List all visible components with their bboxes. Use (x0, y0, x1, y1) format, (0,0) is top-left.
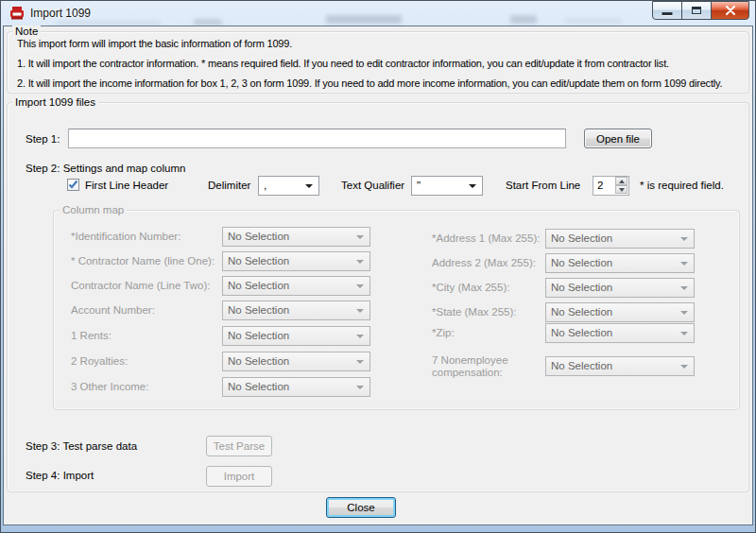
column-map-select-contractor-name-one[interactable]: No Selection (222, 251, 370, 271)
combo-value: No Selection (551, 232, 612, 244)
column-map-select-contractor-name-two[interactable]: No Selection (222, 276, 370, 296)
step2-label: Step 2: Settings and map column (26, 163, 185, 174)
required-field-note: * is required field. (640, 180, 724, 191)
titlebar-ghost (510, 15, 537, 24)
close-window-button[interactable] (711, 1, 749, 20)
step3-label: Step 3: Test parse data (26, 440, 137, 452)
column-map-label-address2: Address 2 (Max 255): (432, 257, 536, 268)
maximize-button[interactable] (681, 1, 712, 20)
combo-value: No Selection (551, 306, 612, 318)
chevron-down-icon (356, 309, 364, 313)
column-map-select-account-number[interactable]: No Selection (222, 301, 370, 320)
column-map-label-rents: 1 Rents: (71, 330, 112, 341)
window-title: Import 1099 (30, 7, 91, 20)
column-map-select-zip[interactable]: No Selection (545, 323, 695, 343)
note-line-2: 1. It will import the contractor informa… (17, 58, 669, 69)
text-qualifier-label: Text Qualifier (341, 180, 404, 191)
chevron-down-icon (680, 365, 688, 369)
combo-value: No Selection (228, 280, 289, 291)
spinner-down-button[interactable] (615, 185, 627, 194)
column-map-label-royalties: 2 Royalties: (71, 355, 128, 367)
chevron-down-icon (680, 286, 688, 290)
import-button[interactable]: Import (206, 466, 272, 487)
column-map-select-nonemployee-compensation[interactable]: No Selection (545, 356, 695, 376)
step4-label: Step 4: Import (26, 470, 94, 481)
column-map-group-title: Column map (60, 204, 127, 215)
combo-value: No Selection (228, 304, 289, 316)
column-map-label-contractor-name-two: Contractor Name (Line Two): (71, 280, 210, 291)
close-icon (725, 6, 735, 15)
test-parse-button[interactable]: Test Parse (206, 436, 272, 456)
note-group-title: Note (12, 26, 41, 37)
column-map-label-account-number: Account Number: (71, 304, 155, 316)
spinner-up-button[interactable] (615, 177, 627, 185)
titlebar-ghost (565, 18, 622, 24)
start-from-line-value: 2 (597, 180, 603, 191)
column-map-label-zip: *Zip: (432, 327, 455, 338)
combo-value: No Selection (551, 327, 612, 338)
column-map-label-nonemployee-compensation: 7 Nonemployee compensation: (432, 354, 534, 379)
chevron-down-icon (680, 311, 688, 315)
step1-label: Step 1: (26, 133, 60, 145)
import-1099-dialog: Import 1099 Note This import form will i… (0, 0, 756, 533)
delimiter-select[interactable]: , (258, 176, 319, 196)
text-qualifier-value: " (417, 180, 421, 191)
titlebar-ghost (326, 15, 402, 24)
column-map-select-rents[interactable]: No Selection (222, 326, 370, 346)
first-line-header-checkbox[interactable] (67, 179, 79, 191)
column-map-select-other-income[interactable]: No Selection (222, 377, 370, 397)
chevron-down-icon (619, 188, 625, 192)
column-map-select-state[interactable]: No Selection (545, 302, 695, 322)
first-line-header-label: First Line Header (85, 180, 168, 191)
minimize-button[interactable] (652, 1, 682, 20)
column-map-select-address1[interactable]: No Selection (545, 229, 695, 249)
chevron-down-icon (356, 335, 364, 338)
app-icon (9, 6, 25, 21)
column-map-label-city: *City (Max 255): (432, 282, 509, 293)
column-map-label-identification-number: *Identification Number: (71, 231, 180, 242)
import-files-group-title: Import 1099 files (12, 96, 98, 108)
chevron-down-icon (680, 237, 688, 241)
column-map-select-city[interactable]: No Selection (545, 278, 695, 298)
checkmark-icon (68, 180, 78, 190)
column-map-select-royalties[interactable]: No Selection (222, 352, 370, 371)
chevron-up-icon (619, 180, 625, 183)
chevron-down-icon (356, 235, 364, 239)
column-map-label-address1: *Address 1 (Max 255): (432, 232, 540, 244)
chevron-down-icon (680, 262, 688, 266)
chevron-down-icon (356, 360, 364, 364)
start-from-line-label: Start From Line (506, 180, 580, 191)
combo-value: No Selection (551, 360, 612, 371)
combo-value: No Selection (228, 255, 289, 266)
note-line-1: This import form will import the basic i… (17, 38, 292, 49)
open-file-button[interactable]: Open file (584, 129, 652, 148)
chevron-down-icon (356, 284, 364, 288)
column-map-label-contractor-name-one: * Contractor Name (line One): (71, 255, 215, 266)
combo-value: No Selection (551, 282, 612, 293)
chevron-down-icon (469, 184, 476, 188)
chevron-down-icon (305, 184, 313, 188)
text-qualifier-select[interactable]: " (411, 176, 483, 196)
maximize-icon (692, 7, 701, 14)
minimize-icon (662, 12, 673, 15)
chevron-down-icon (356, 386, 364, 389)
start-from-line-stepper[interactable]: 2 (593, 176, 629, 196)
chevron-down-icon (356, 260, 364, 264)
close-button[interactable]: Close (326, 497, 396, 518)
delimiter-label: Delimiter (208, 180, 250, 191)
file-path-input[interactable] (68, 129, 566, 148)
combo-value: No Selection (228, 231, 289, 242)
combo-value: No Selection (551, 257, 612, 268)
column-map-select-identification-number[interactable]: No Selection (222, 227, 370, 247)
column-map-label-other-income: 3 Other Income: (71, 381, 148, 392)
combo-value: No Selection (228, 381, 289, 392)
titlebar[interactable]: Import 1099 (0, 0, 756, 26)
column-map-select-address2[interactable]: No Selection (545, 253, 695, 273)
column-map-label-state: *State (Max 255): (432, 306, 516, 318)
combo-value: No Selection (228, 355, 289, 367)
note-line-3: 2. It will import the income information… (17, 77, 722, 89)
titlebar-ghost (194, 19, 222, 26)
delimiter-value: , (264, 180, 266, 191)
combo-value: No Selection (228, 330, 289, 341)
chevron-down-icon (680, 332, 688, 335)
